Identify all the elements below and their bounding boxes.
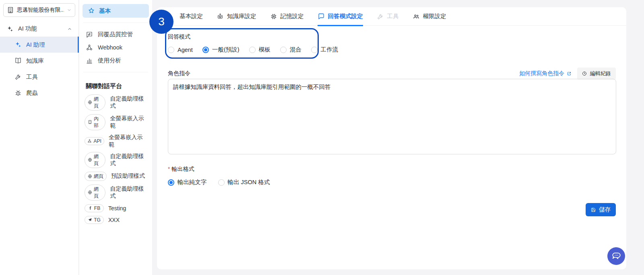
sidebar-item-tools[interactable]: 工具 — [0, 69, 78, 85]
platform-label: 自定義助理樣式 — [110, 95, 147, 110]
edit-history-button[interactable]: 編輯紀錄 — [577, 68, 616, 80]
radio-agent[interactable]: Agent — [168, 46, 193, 53]
menu-item-label: Webhook — [98, 44, 122, 51]
chevron-up-icon — [67, 27, 72, 31]
platform-item[interactable]: 網頁 自定義助理樣式 — [79, 92, 152, 112]
webhook-icon — [86, 44, 93, 51]
sidebar-item-label: AI 助理 — [26, 41, 45, 49]
radio-json-format[interactable]: 輸出 JSON 格式 — [218, 179, 270, 186]
sparkles-icon — [14, 41, 22, 48]
platform-item[interactable]: TG XXX — [79, 214, 152, 226]
sidebar-item-label: 爬蟲 — [26, 89, 38, 97]
platform-badge: FB — [85, 204, 104, 212]
radio-template[interactable]: 模板 — [249, 46, 270, 53]
help-link[interactable]: 如何撰寫角色指令 — [519, 70, 572, 77]
output-format-label: * 輸出格式 — [168, 166, 194, 173]
radio-dot — [168, 179, 174, 186]
tab-basic-settings[interactable]: 基本設定 — [180, 7, 203, 26]
platform-badge: 網頁 — [85, 94, 105, 111]
chat-widget-button[interactable] — [607, 247, 625, 265]
org-selector[interactable]: 思邁智能股份有限... — [3, 3, 75, 17]
platform-badge: 網頁 — [85, 172, 107, 181]
sidebar-item-crawler[interactable]: 爬蟲 — [0, 85, 78, 101]
tab-label: 權限設定 — [423, 12, 446, 20]
api-icon — [87, 139, 92, 143]
platform-label: XXX — [108, 217, 120, 223]
sidebar-item-knowledge-base[interactable]: 知識庫 — [0, 53, 78, 69]
menu-item-label: 回覆品質控管 — [98, 31, 133, 38]
menu-item-reply-quality[interactable]: 回覆品質控管 — [79, 28, 152, 41]
radio-dot — [168, 47, 174, 53]
users-icon — [413, 13, 420, 20]
globe-icon — [88, 190, 92, 195]
menu-item-label: 基本 — [99, 7, 111, 15]
radio-dot — [249, 47, 256, 53]
external-link-icon — [567, 71, 572, 76]
platform-item[interactable]: 網頁 自定義助理樣式 — [79, 150, 152, 170]
sidebar-item-ai-assistant[interactable]: AI 助理 — [0, 37, 78, 53]
annotation-outline — [165, 28, 319, 59]
tab-tools[interactable]: 工具 — [377, 7, 399, 26]
secondary-sidebar: 基本 回覆品質控管 Webhook 使用分析 關聯對話平台 網頁 自定義助理樣式… — [79, 0, 152, 275]
output-format-radio-group: 輸出純文字 輸出 JSON 格式 — [168, 179, 270, 186]
platform-label: 全螢幕嵌入示範 — [110, 115, 147, 129]
tab-permission-settings[interactable]: 權限設定 — [413, 7, 446, 26]
sparkles-icon — [6, 25, 14, 33]
wrench-icon — [14, 73, 22, 80]
radio-workflow[interactable]: 工作流 — [311, 46, 339, 53]
divider — [83, 23, 148, 23]
platform-badge: 網頁 — [85, 185, 105, 201]
wrench-icon — [377, 13, 384, 20]
menu-item-usage-analytics[interactable]: 使用分析 — [79, 54, 152, 67]
platform-item[interactable]: 網頁 自定義助理樣式 — [79, 183, 152, 202]
sidebar-group-ai-features[interactable]: AI 功能 — [0, 21, 78, 37]
save-icon — [591, 207, 596, 212]
menu-item-webhook[interactable]: Webhook — [79, 41, 152, 54]
telegram-icon — [88, 218, 92, 222]
menu-item-label: 使用分析 — [98, 57, 121, 64]
platform-item[interactable]: 內部 全螢幕嵌入示範 — [79, 112, 152, 132]
tab-answer-mode-settings[interactable]: 回答模式設定 — [318, 7, 363, 26]
platform-item[interactable]: API 全螢幕嵌入示範 — [79, 132, 152, 150]
chat-messages-icon — [611, 251, 621, 261]
tab-memory-settings[interactable]: 記憶設定 — [270, 7, 304, 26]
platform-label: 自定義助理樣式 — [110, 153, 147, 167]
platform-item[interactable]: FB Testing — [79, 202, 152, 214]
radio-dot — [311, 47, 318, 53]
platform-label: 預設助理樣式 — [111, 172, 145, 180]
divider — [83, 72, 148, 72]
save-button[interactable]: 儲存 — [586, 203, 616, 216]
tab-label: 工具 — [387, 12, 399, 20]
tab-knowledge-settings[interactable]: 知識庫設定 — [217, 7, 256, 26]
platform-label: Testing — [108, 205, 126, 211]
settings-tabbar: 基本設定 知識庫設定 記憶設定 回答模式設定 工具 權限設定 — [157, 7, 626, 26]
menu-item-basic[interactable]: 基本 — [83, 4, 149, 18]
robot-icon — [217, 13, 224, 20]
facebook-icon — [88, 206, 93, 210]
globe-icon — [88, 158, 92, 162]
settings-panel: 基本設定 知識庫設定 記憶設定 回答模式設定 工具 權限設定 — [157, 7, 626, 269]
org-name: 思邁智能股份有限... — [17, 6, 64, 14]
globe-icon — [88, 100, 92, 105]
platform-badge: 內部 — [85, 114, 105, 130]
sidebar-group-label: AI 功能 — [18, 25, 37, 33]
radio-plain-text[interactable]: 輸出純文字 — [168, 179, 207, 186]
app-screen: 思邁智能股份有限... AI 功能 AI 助理 知識庫 工具 爬蟲 基本 — [0, 0, 644, 275]
role-instruction-textarea[interactable]: 請根據知識庫資料回答，超出知識庫能引用範圍的一概不回答 — [168, 79, 616, 154]
radio-hybrid[interactable]: 混合 — [280, 46, 301, 53]
radio-dot — [218, 179, 225, 186]
answer-mode-label: 回答模式 — [168, 33, 190, 41]
platform-badge: 網頁 — [85, 152, 105, 168]
role-instruction-header: 角色指令 如何撰寫角色指令 編輯紀錄 — [168, 68, 616, 80]
radio-dot — [280, 47, 287, 53]
radio-general-default[interactable]: 一般(預設) — [202, 46, 239, 53]
chat-edit-icon — [86, 31, 93, 38]
sidebar-item-label: 工具 — [26, 73, 38, 81]
platform-badge: API — [85, 137, 104, 145]
clock-icon — [582, 71, 587, 76]
tab-label: 回答模式設定 — [328, 12, 363, 20]
bug-icon — [14, 89, 22, 96]
role-instruction-actions: 如何撰寫角色指令 編輯紀錄 — [519, 68, 616, 80]
answer-mode-radio-group: Agent 一般(預設) 模板 混合 工作流 — [168, 46, 338, 53]
platform-item[interactable]: 網頁 預設助理樣式 — [79, 170, 152, 183]
